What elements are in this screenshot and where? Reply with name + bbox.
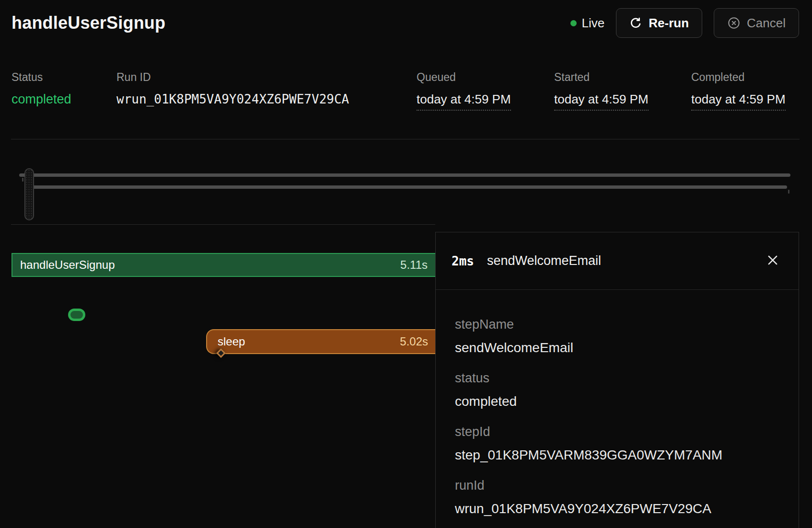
live-indicator: Live (570, 16, 605, 31)
field-label: stepId (455, 424, 779, 439)
meta-completed: Completed today at 4:59 PM (691, 71, 786, 111)
step-duration-badge: 2ms (452, 254, 474, 268)
refresh-icon (629, 17, 642, 30)
timeline-span-handleusersignup[interactable]: handleUserSignup 5.11s (12, 253, 435, 277)
completed-label: Completed (691, 71, 786, 84)
field-label: status (455, 370, 779, 386)
panel-close-button[interactable] (763, 252, 782, 271)
step-detail-title: sendWelcomeEmail (487, 253, 601, 268)
status-label: Status (12, 71, 71, 84)
live-label: Live (582, 16, 605, 31)
step-detail-header: 2ms sendWelcomeEmail (436, 232, 799, 290)
minimap-step-marker-start (22, 178, 23, 182)
step-detail-panel: 2ms sendWelcomeEmail stepName sendWelcom… (435, 232, 799, 528)
queued-value[interactable]: today at 4:59 PM (417, 92, 511, 111)
field-label: stepName (455, 317, 779, 332)
field-value: sendWelcomeEmail (455, 340, 779, 356)
timeline-span-sendwelcomeemail-pill[interactable] (68, 309, 85, 321)
run-detail-page: handleUserSignup Live Re-run (0, 0, 812, 528)
field-value: completed (455, 393, 779, 410)
status-value: completed (12, 92, 71, 107)
queued-label: Queued (417, 71, 511, 84)
page-title: handleUserSignup (12, 13, 165, 33)
step-detail-body: stepName sendWelcomeEmail status complet… (436, 290, 799, 517)
field-value: wrun_01K8PM5VA9Y024XZ6PWE7V29CA (455, 501, 779, 517)
top-actions: Live Re-run Cancel (570, 8, 799, 38)
started-value[interactable]: today at 4:59 PM (554, 92, 649, 111)
span-name: handleUserSignup (20, 258, 115, 272)
meta-run-id: Run ID wrun_01K8PM5VA9Y024XZ6PWE7V29CA (116, 71, 349, 106)
top-bar: handleUserSignup Live Re-run (0, 0, 812, 46)
minimap-step-marker-end (788, 190, 789, 194)
cancel-label: Cancel (747, 16, 786, 31)
live-dot-icon (570, 20, 577, 26)
span-duration: 5.11s (400, 258, 428, 272)
field-value: step_01K8PM5VARM839GGA0WZYM7ANM (455, 447, 779, 463)
completed-value[interactable]: today at 4:59 PM (691, 92, 786, 111)
rerun-button[interactable]: Re-run (616, 8, 702, 38)
started-label: Started (554, 71, 649, 84)
run-id-value: wrun_01K8PM5VA9Y024XZ6PWE7V29CA (116, 92, 349, 106)
field-runid: runId wrun_01K8PM5VA9Y024XZ6PWE7V29CA (455, 478, 779, 517)
meta-queued: Queued today at 4:59 PM (417, 71, 511, 111)
field-status: status completed (455, 370, 779, 410)
divider-timeline (11, 224, 435, 225)
span-duration: 5.02s (400, 335, 428, 348)
run-id-label: Run ID (116, 71, 349, 84)
span-name: sleep (218, 335, 245, 348)
minimap-track-sleep (30, 185, 787, 189)
rerun-label: Re-run (649, 16, 689, 31)
minimap-track-run (19, 173, 790, 177)
field-stepid: stepId step_01K8PM5VARM839GGA0WZYM7ANM (455, 424, 779, 463)
meta-status: Status completed (12, 71, 71, 107)
field-label: runId (455, 478, 779, 493)
close-x-icon (766, 253, 780, 269)
divider-meta (11, 139, 800, 139)
minimap-scrubber-handle[interactable] (24, 168, 34, 220)
circle-x-icon (727, 16, 741, 30)
field-stepname: stepName sendWelcomeEmail (455, 317, 779, 356)
meta-started: Started today at 4:59 PM (554, 71, 649, 111)
cancel-button[interactable]: Cancel (714, 8, 799, 38)
timeline-span-sleep[interactable]: sleep 5.02s (206, 329, 435, 354)
